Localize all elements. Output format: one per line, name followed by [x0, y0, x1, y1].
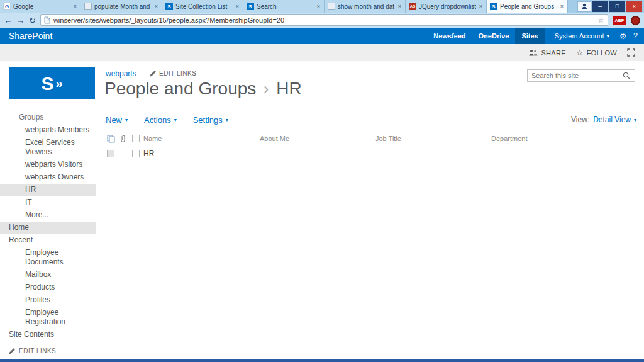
user-account-icon[interactable] [577, 1, 591, 12]
browser-navigation-bar: ← → ↻ winserver/sites/webparts/_layouts/… [0, 13, 644, 28]
close-button[interactable]: × [626, 1, 642, 12]
table-row[interactable]: HR [106, 147, 636, 161]
nav-item-mailbox[interactable]: Mailbox [0, 269, 96, 281]
tab-close-icon[interactable]: × [560, 3, 564, 9]
nav-item-hr[interactable]: HR [0, 184, 96, 196]
paperclip-icon [119, 135, 126, 143]
nav-item-excel-services-viewers[interactable]: Excel Services Viewers [0, 137, 96, 159]
windows-taskbar-edge[interactable] [0, 359, 644, 362]
browser-tab-populate-month[interactable]: populate Month and × [81, 0, 162, 13]
search-button[interactable] [621, 72, 635, 80]
nav-item-employee-documents[interactable]: Employee Documents [0, 247, 96, 269]
sharepoint-icon: S [247, 3, 254, 10]
nav-item-employee-registration[interactable]: Employee Registration [0, 307, 96, 329]
nav-item-webparts-owners[interactable]: webparts Owners [0, 171, 96, 184]
follow-button[interactable]: ☆ FOLLOW [576, 48, 617, 57]
settings-menu[interactable]: Settings ▾ [193, 115, 228, 125]
browser-tab-jquery-dropdownlist[interactable]: AS JQuery dropdownlist × [406, 0, 487, 13]
tab-close-icon[interactable]: × [316, 3, 321, 9]
url-text[interactable]: winserver/sites/webparts/_layouts/15/peo… [53, 16, 594, 24]
suite-link-sites[interactable]: Sites [515, 28, 544, 44]
tab-label: Search [257, 3, 314, 10]
tab-close-icon[interactable]: × [235, 3, 240, 9]
tab-close-icon[interactable]: × [479, 3, 483, 9]
nav-item-site-contents[interactable]: Site Contents [0, 329, 96, 341]
share-button[interactable]: SHARE [529, 49, 565, 57]
refresh-icon[interactable]: ↻ [29, 16, 36, 25]
tab-strip: G Google × populate Month and × S Site C… [0, 0, 575, 13]
page-icon [84, 3, 92, 10]
pencil-icon [9, 348, 15, 354]
address-bar[interactable]: winserver/sites/webparts/_layouts/15/peo… [40, 14, 608, 26]
list-header-row: Name About Me Job Title Department [106, 132, 636, 145]
nav-item-profiles[interactable]: Profiles [0, 294, 96, 307]
new-menu[interactable]: New ▾ [106, 115, 128, 125]
select-all-button[interactable] [107, 135, 119, 143]
suite-link-newsfeed[interactable]: Newsfeed [427, 28, 472, 44]
row-hover-checkbox[interactable] [107, 150, 114, 157]
nav-item-products[interactable]: Products [0, 281, 96, 294]
tab-close-icon[interactable]: × [397, 3, 402, 9]
name-column-header[interactable]: Name [132, 135, 260, 142]
browser-tab-site-collection-list[interactable]: S Site Collection List × [162, 0, 243, 13]
row-name-link[interactable]: HR [143, 149, 154, 158]
breadcrumb-site-link[interactable]: webparts [106, 69, 136, 78]
new-menu-label: New [106, 115, 122, 125]
search-input[interactable] [528, 72, 621, 79]
browser-tab-people-and-groups[interactable]: S People and Groups × [487, 0, 568, 13]
sharepoint-suite-bar: SharePoint Newsfeed OneDrive Sites Syste… [0, 28, 644, 44]
chevron-down-icon: ▾ [226, 117, 228, 123]
account-menu[interactable]: System Account ▾ [545, 32, 615, 40]
suite-link-onedrive[interactable]: OneDrive [472, 28, 516, 44]
forward-icon[interactable]: → [16, 16, 25, 25]
department-column-header[interactable]: Department [491, 135, 636, 142]
chevron-down-icon: ▾ [607, 33, 609, 39]
actions-menu[interactable]: Actions ▾ [144, 115, 177, 125]
nav-item-it[interactable]: IT [0, 196, 96, 209]
nav-item-webparts-visitors[interactable]: webparts Visitors [0, 159, 96, 171]
tab-close-icon[interactable]: × [73, 3, 77, 9]
row-checkbox[interactable] [132, 150, 140, 157]
settings-gear-icon[interactable]: ⚙ [615, 31, 631, 41]
extension-badge-icon[interactable] [631, 16, 640, 25]
browser-tab-show-month[interactable]: show month and dat × [325, 0, 406, 13]
browser-tab-search[interactable]: S Search × [243, 0, 325, 13]
focus-expand-icon [627, 48, 635, 57]
search-icon [623, 72, 631, 80]
minimize-button[interactable]: ─ [592, 1, 608, 12]
edit-links-label: EDIT LINKS [159, 70, 196, 77]
nav-item-webparts-members[interactable]: webparts Members [0, 124, 96, 137]
row-name-cell: HR [132, 149, 260, 158]
page-title: People and Groups › HR [104, 79, 302, 99]
edit-links-button-sidebar[interactable]: EDIT LINKS [0, 341, 96, 357]
favorites-star-icon[interactable]: ☆ [597, 16, 604, 25]
page-icon [328, 3, 335, 10]
maximize-button[interactable]: □ [609, 1, 625, 12]
page-subtitle-text: HR [276, 79, 301, 99]
attachments-column-header[interactable] [119, 135, 132, 143]
browser-tab-google[interactable]: G Google × [0, 0, 81, 13]
about-me-column-header[interactable]: About Me [260, 135, 375, 142]
nav-recent-header[interactable]: Recent [0, 234, 96, 247]
back-icon[interactable]: ← [4, 16, 12, 25]
google-icon: G [3, 3, 11, 10]
tab-close-icon[interactable]: × [154, 3, 158, 9]
row-select-cell[interactable] [107, 150, 119, 157]
nav-groups-header[interactable]: Groups [0, 111, 96, 124]
header-checkbox[interactable] [132, 135, 140, 142]
suite-links: Newsfeed OneDrive Sites System Account ▾… [427, 28, 644, 44]
view-dropdown[interactable]: Detail View ▾ [593, 115, 636, 124]
edit-links-button[interactable]: EDIT LINKS [150, 70, 196, 77]
focus-mode-button[interactable] [627, 48, 635, 57]
job-title-column-header[interactable]: Job Title [375, 135, 491, 142]
actions-menu-label: Actions [144, 115, 171, 125]
page-title-text: People and Groups [104, 79, 256, 99]
browser-window: G Google × populate Month and × S Site C… [0, 0, 644, 362]
nav-item-more[interactable]: More... [0, 209, 96, 222]
sharepoint-icon: S [490, 3, 497, 10]
site-logo[interactable]: S » [9, 67, 95, 99]
browser-titlebar: G Google × populate Month and × S Site C… [0, 0, 644, 13]
adblock-plus-icon[interactable]: ABP [613, 16, 626, 25]
nav-item-home[interactable]: Home [0, 222, 96, 234]
help-icon[interactable]: ? [631, 31, 644, 40]
